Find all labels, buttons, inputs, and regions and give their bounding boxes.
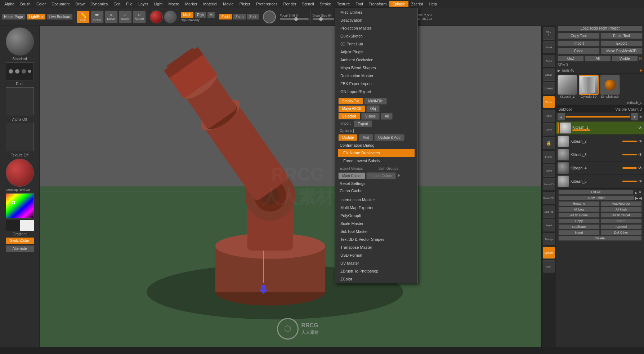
- zp-transpose-master[interactable]: Transpose Master: [335, 243, 417, 251]
- clone-btn[interactable]: Clone: [558, 48, 600, 54]
- duplicate-btn[interactable]: Duplicate: [558, 224, 600, 229]
- import-colors-btn[interactable]: Import Colors: [366, 172, 396, 179]
- fix-name-duplicates[interactable]: Fix Name Duplicates: [338, 149, 415, 157]
- polyf-icon[interactable]: PolyF: [543, 219, 555, 231]
- move-button[interactable]: ✥ Move: [105, 10, 118, 23]
- actual-icon[interactable]: Actual: [543, 68, 555, 81]
- dots-preview[interactable]: [6, 62, 34, 80]
- lightbox-arrow[interactable]: ▶: [558, 68, 560, 72]
- export-btn-zp[interactable]: Export: [354, 120, 372, 127]
- texture-section[interactable]: [6, 123, 34, 151]
- folder-arrow-left[interactable]: ◀: [639, 196, 642, 200]
- multi-file-btn[interactable]: Multi-File: [364, 98, 387, 105]
- zp-zcolor[interactable]: ZColor: [335, 275, 417, 283]
- menu-dynamics[interactable]: Dynamics: [88, 1, 111, 7]
- subtool-item-kitbash2[interactable]: Kitbash_2 👁: [556, 135, 644, 148]
- menu-brush[interactable]: Brush: [17, 1, 33, 7]
- force-lowest-subdiv[interactable]: Force Lowest Subdiv: [338, 157, 415, 165]
- zp-maya-blend[interactable]: Maya Blend Shapes: [335, 64, 417, 72]
- subtool5-eye[interactable]: 👁: [638, 179, 643, 184]
- subtool-up-btn[interactable]: ▲: [558, 113, 565, 120]
- zsub-btn[interactable]: Zsub: [233, 14, 246, 20]
- split-groups-btn[interactable]: Split Groups: [377, 165, 415, 172]
- export-btn[interactable]: Export: [600, 40, 643, 47]
- all-to-home-btn[interactable]: All To Home: [558, 213, 600, 218]
- copy-tool-btn[interactable]: Copy Tool: [558, 33, 600, 39]
- zp-gn-import-export[interactable]: GN Import/Export: [335, 88, 417, 96]
- zp-scale-master[interactable]: Scale Master: [335, 220, 417, 227]
- zadd-btn[interactable]: Zadd: [219, 14, 232, 20]
- lock-icon[interactable]: 🔒: [543, 137, 555, 149]
- auto-reorder-btn[interactable]: AutoReorder: [600, 201, 642, 206]
- paste-tool-btn[interactable]: Paste Tool: [600, 33, 643, 39]
- menu-render[interactable]: Render: [281, 1, 299, 7]
- zcut-btn[interactable]: Zcut: [247, 14, 259, 20]
- export-groups-btn[interactable]: Export Groups: [338, 165, 376, 172]
- add-btn[interactable]: Add: [359, 134, 373, 141]
- home-page-tab[interactable]: Home Page: [1, 14, 26, 20]
- copy-btn[interactable]: Copy: [558, 218, 600, 224]
- spi-icon[interactable]: SPix3: [543, 27, 555, 40]
- list-up-btn[interactable]: ▲: [634, 190, 638, 194]
- zp-usd-format[interactable]: USD Format: [335, 251, 417, 259]
- make-polymesh-btn[interactable]: Make PolyMesh3D: [600, 48, 643, 54]
- menu-stroke[interactable]: Stroke: [317, 1, 334, 7]
- clean-cache[interactable]: Clean Cache: [338, 187, 415, 194]
- menu-file[interactable]: File: [123, 1, 135, 7]
- subtool4-eye[interactable]: 👁: [638, 165, 643, 171]
- canvas-area[interactable]: RRCG人人素材 ⬡ RRCG人人素材: [40, 26, 556, 347]
- transp-icon[interactable]: Transp: [543, 233, 555, 245]
- zp-decimation[interactable]: Decimation Master: [335, 72, 417, 80]
- menu-texture[interactable]: Texture: [334, 1, 353, 7]
- menu-marker[interactable]: Marker: [182, 1, 200, 7]
- solo-icon[interactable]: Solo: [543, 260, 555, 273]
- cylinder3d-preview[interactable]: Cylinder3D: [579, 75, 599, 98]
- zp-adjust-plugin[interactable]: Adjust Plugin: [335, 48, 417, 56]
- all-high-btn[interactable]: All High: [600, 207, 642, 212]
- subtool-item-kitbash3[interactable]: Kitbash_3 👁: [556, 148, 644, 161]
- main-colors-btn[interactable]: Main Colors: [338, 172, 365, 179]
- zp-deactivation[interactable]: Deactivation: [335, 16, 417, 24]
- mrgb-btn[interactable]: Mrgb: [181, 12, 194, 18]
- subtool1-eye[interactable]: 👁: [638, 125, 643, 130]
- visible-btn-zp[interactable]: Visible: [361, 113, 380, 120]
- list-down-btn[interactable]: ▼: [638, 190, 642, 194]
- all-btn-zp[interactable]: All: [381, 113, 393, 120]
- menu-zscript[interactable]: Zscript: [408, 1, 426, 7]
- frame-icon[interactable]: Frame: [543, 151, 555, 163]
- subtool2-eye[interactable]: 👁: [638, 139, 643, 144]
- menu-document[interactable]: Document: [49, 1, 72, 7]
- menu-light[interactable]: Light: [151, 1, 166, 7]
- scale-button[interactable]: ⤢ Scale: [119, 10, 132, 23]
- maya-ascii-btn[interactable]: Maya ASCII: [338, 105, 365, 112]
- zp-misc-utilities[interactable]: Misc Utilities: [335, 8, 417, 16]
- rotate-button[interactable]: ↻ Rotate: [133, 10, 146, 23]
- paste-btn[interactable]: Paste: [600, 218, 642, 224]
- zoom-icon[interactable]: Zoom: [543, 55, 555, 67]
- menu-picker[interactable]: Picker: [237, 1, 254, 7]
- new-folder-btn[interactable]: New Folder: [558, 195, 635, 200]
- load-tools-from-project-btn[interactable]: Load Tools From Project: [558, 25, 643, 31]
- zp-multi-map[interactable]: Multi Map Exporter: [335, 204, 417, 212]
- alternate-btn[interactable]: Alternate: [6, 245, 34, 252]
- menu-edit[interactable]: Edit: [111, 1, 123, 7]
- reset-settings[interactable]: Reset Settings: [338, 180, 415, 187]
- subtool-item-kitbash1[interactable]: Kitbash_1 👁: [556, 121, 644, 135]
- menu-preferences[interactable]: Preferences: [253, 1, 280, 7]
- menu-layer[interactable]: Layer: [135, 1, 151, 7]
- delete-btn[interactable]: Delete: [558, 236, 642, 241]
- scroll-icon[interactable]: Scroll: [543, 41, 555, 53]
- menu-color[interactable]: Color: [33, 1, 49, 7]
- all-btn[interactable]: All: [585, 56, 611, 62]
- folder-arrow-right[interactable]: ▶: [635, 196, 638, 200]
- system-icon[interactable]: System: [543, 247, 555, 259]
- alpha-section[interactable]: [6, 87, 34, 115]
- goz-btn[interactable]: GoZ: [558, 56, 584, 62]
- brush-preview[interactable]: [6, 27, 34, 56]
- update-btn[interactable]: Update: [338, 134, 358, 141]
- zp-3dprint-hub[interactable]: 3D Print Hub: [335, 40, 417, 48]
- zp-uv-master[interactable]: UV Master: [335, 259, 417, 267]
- live-boolean-btn[interactable]: Live Boolean: [47, 14, 73, 20]
- menu-zplugin[interactable]: Zplugin: [389, 1, 408, 7]
- switch-color-swatch[interactable]: [6, 220, 34, 231]
